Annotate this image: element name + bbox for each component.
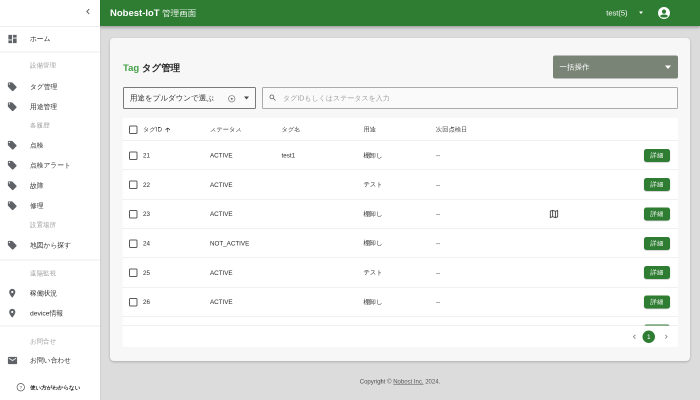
svg-text:?: ? xyxy=(19,385,22,390)
